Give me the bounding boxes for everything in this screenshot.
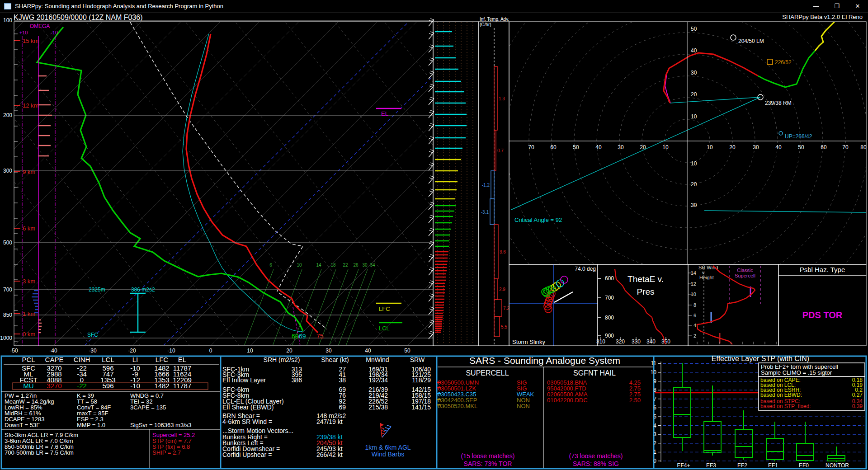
svg-text:7.2: 7.2 [503,306,509,311]
svg-text:2325m: 2325m [89,287,105,293]
parcel-table-panel: PCLCAPECINHLCLLILFCELSFC3270-22596-10148… [1,356,220,468]
svg-text:LCL: LCL [379,325,390,332]
stp-box-EF1: EF1 [766,422,783,469]
svg-text:300: 300 [3,168,12,174]
svg-text:Storm Slinky: Storm Slinky [512,338,545,345]
stp-box-EF2: EF2 [735,410,752,469]
svg-text:SGFNT HAIL: SGFNT HAIL [573,369,616,377]
svg-text:CINH: CINH [74,356,90,363]
stp-box-EF4+: EF4+ [674,363,691,469]
svg-text:50: 50 [691,26,697,32]
svg-text:500: 500 [3,240,12,246]
stp-box-EF3: EF3 [704,385,721,469]
svg-text:3CAPE = 135: 3CAPE = 135 [130,404,166,411]
svg-text:1000: 1000 [0,335,12,341]
svg-text:LCL: LCL [102,356,114,363]
svg-text:5: 5 [653,414,656,420]
svg-text:69: 69 [299,333,306,340]
svg-text:900: 900 [605,333,614,339]
svg-text:4: 4 [653,423,656,429]
svg-text:Supercell: Supercell [735,273,755,278]
app-icon [4,3,11,9]
svg-text:6 km: 6 km [23,225,35,232]
svg-text:Inf. Temp. Adv.: Inf. Temp. Adv. [480,17,509,22]
svg-text:30: 30 [753,144,759,150]
svg-text:20: 20 [640,144,646,150]
svg-text:1.3: 1.3 [499,96,505,101]
svg-text:7: 7 [653,396,656,402]
sars-hail-match[interactable]: 01042200.DDC2.50 [547,397,641,404]
svg-text:60: 60 [550,144,557,150]
svg-text:0 km: 0 km [23,331,35,338]
hodograph-clipped [484,12,868,336]
storm-slinky-panel[interactable]: 74.0 degStorm Slinky [509,264,598,346]
svg-text:10: 10 [691,160,697,167]
svg-text:22: 22 [343,263,348,268]
srwind-panel[interactable]: 1412108642SR Windv.HeightClassicSupercel… [688,264,778,346]
svg-text:EF4+: EF4+ [677,462,690,469]
svg-text:800: 800 [605,315,614,321]
svg-text:1 km: 1 km [23,310,35,317]
svg-text:SRW: SRW [410,356,425,363]
svg-text:SARS - Sounding Analogue Syste: SARS - Sounding Analogue System [469,355,620,366]
svg-text:Classic: Classic [737,268,753,273]
svg-text:5.5: 5.5 [501,324,507,329]
svg-text:8: 8 [693,302,696,308]
svg-text:SHARPpy Beta v1.2.0 El Reno: SHARPpy Beta v1.2.0 El Reno [782,14,863,20]
svg-text:40: 40 [691,47,697,54]
svg-text:-10: -10 [167,348,175,354]
svg-text:CAPE: CAPE [45,356,64,363]
svg-text:20: 20 [691,181,697,188]
svg-text:-1.2: -1.2 [482,183,490,188]
sars-supercell-match[interactable]: 03050520.MKLNON [438,403,530,409]
skewt-panel[interactable]: 6101418222630341002003005007008501000-50… [0,17,868,354]
stp-box-EF0: EF0 [797,422,814,469]
svg-text:386 m2s2: 386 m2s2 [131,287,155,293]
svg-text:30: 30 [326,348,332,354]
svg-text:11787: 11787 [173,382,192,390]
svg-text:10: 10 [297,263,302,268]
svg-text:MnWind: MnWind [366,356,389,363]
svg-text:-22: -22 [77,382,87,390]
svg-text:30: 30 [691,202,697,208]
svg-text:118/29: 118/29 [412,376,431,384]
parcel-row-MU[interactable]: MU3270-22596-10148211787 [13,382,208,390]
temp-adv-panel: Inf. Temp. Adv.(C/hr)1.30.7-1.2-3.13.62.… [478,17,509,346]
svg-text:-20: -20 [128,348,136,354]
svg-text:Wind Barbs: Wind Barbs [372,451,404,458]
hodograph-panel[interactable]: 7060504030201010203040506070805040302010… [484,12,868,336]
svg-text:0: 0 [209,348,212,354]
svg-text:75: 75 [316,333,324,340]
close-button[interactable]: ✕ [847,0,868,12]
svg-text:EL: EL [178,356,186,363]
maximize-button[interactable]: ❐ [826,0,847,12]
svg-text:1km & 6km AGL: 1km & 6km AGL [365,444,410,451]
svg-text:3 km: 3 km [23,278,35,285]
svg-text:30: 30 [691,70,697,76]
svg-text:LFC: LFC [156,356,169,363]
svg-text:OMEGA: OMEGA [30,23,50,29]
svg-text:LFC: LFC [379,306,390,312]
sars-panel: SARS - Sounding Analogue SystemSUPERCELL… [437,355,653,468]
svg-text:40: 40 [595,144,602,150]
svg-text:10: 10 [247,348,253,354]
svg-text:SARS: 88% SIG: SARS: 88% SIG [573,460,619,467]
svg-text:10: 10 [651,369,657,376]
minimize-button[interactable]: — [806,0,826,12]
thetae-panel[interactable]: 600700800900310320330340350ThetaE v.Pres [596,264,688,346]
svg-text:-10: -10 [51,30,58,35]
svg-text:based on EBWD:: based on EBWD: [760,392,802,398]
svg-text:2.9: 2.9 [499,287,505,292]
svg-text:(15 loose matches): (15 loose matches) [461,452,514,460]
svg-text:SUPERCELL: SUPERCELL [466,369,509,377]
wind-speed-profile-panel [433,22,478,346]
sharppy-window: SHARPpy: Sounding and Hodograph Analysis… [0,0,868,470]
svg-text:3.6: 3.6 [500,249,506,254]
svg-text:50: 50 [798,144,804,150]
svg-text:NON: NON [517,403,530,409]
svg-text:LI: LI [132,356,138,363]
svg-text:Height: Height [699,275,714,280]
svg-text:14: 14 [316,263,321,268]
svg-text:226/52: 226/52 [775,59,792,66]
svg-text:100: 100 [3,17,12,24]
